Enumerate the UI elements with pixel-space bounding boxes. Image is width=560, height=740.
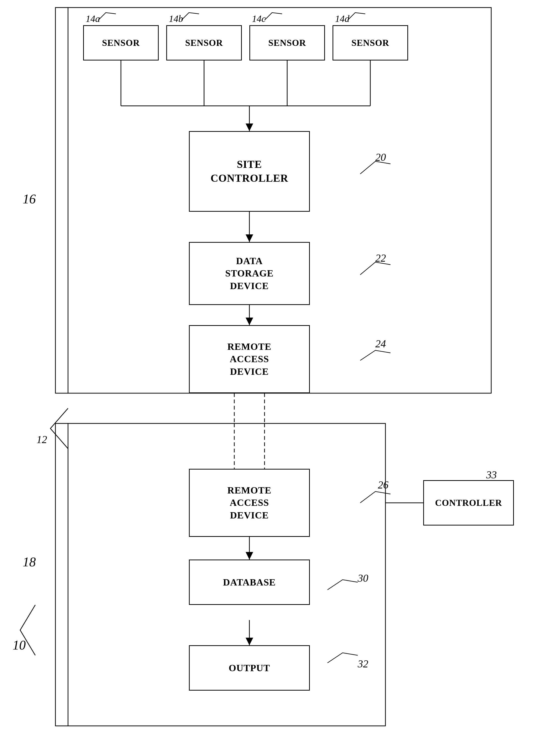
ref-14c: 14c [252,13,266,24]
svg-marker-11 [246,317,253,325]
ref-20: 20 [375,151,386,163]
ref-10: 10 [13,638,26,653]
database-box: DATABASE [189,560,310,605]
remote-access-bottom-box: REMOTE ACCESS DEVICE [189,469,310,537]
sensor-d-box: SENSOR [333,25,408,61]
ref-24: 24 [375,338,386,350]
sensor-a-label: SENSOR [102,37,140,48]
svg-marker-18 [246,552,253,560]
svg-marker-9 [246,235,253,242]
controller-label: CONTROLLER [435,497,502,508]
output-label: OUTPUT [229,662,270,673]
data-storage-box: DATA STORAGE DEVICE [189,242,310,305]
ref-14b: 14b [169,13,183,24]
remote-access-top-box: REMOTE ACCESS DEVICE [189,325,310,393]
remote-access-bottom-label: REMOTE ACCESS DEVICE [227,484,271,522]
ref-18: 18 [23,554,36,569]
sensor-c-box: SENSOR [249,25,325,61]
sensor-b-box: SENSOR [166,25,242,61]
ref-16: 16 [23,192,36,206]
database-label: DATABASE [223,577,275,588]
sensor-d-label: SENSOR [351,37,389,48]
sensor-c-label: SENSOR [268,37,306,48]
ref-22: 22 [375,252,386,264]
svg-marker-7 [246,123,253,131]
ref-14d: 14d [335,13,349,24]
sensor-b-label: SENSOR [185,37,223,48]
ref-26: 26 [378,479,388,491]
ref-30: 30 [358,572,368,584]
diagram: SENSOR 14a SENSOR 14b SENSOR 14c SENSOR … [0,0,560,740]
site-controller-label: SITE CONTROLLER [211,158,289,185]
ref-14a: 14a [86,13,100,24]
ref-12: 12 [36,434,47,446]
svg-marker-20 [246,638,253,645]
output-box: OUTPUT [189,645,310,690]
controller-box: CONTROLLER [423,480,514,526]
data-storage-label: DATA STORAGE DEVICE [225,255,273,292]
remote-access-top-label: REMOTE ACCESS DEVICE [227,341,271,378]
ref-33: 33 [486,469,497,481]
site-controller-box: SITE CONTROLLER [189,131,310,212]
sensor-a-box: SENSOR [83,25,159,61]
ref-32: 32 [358,658,368,670]
